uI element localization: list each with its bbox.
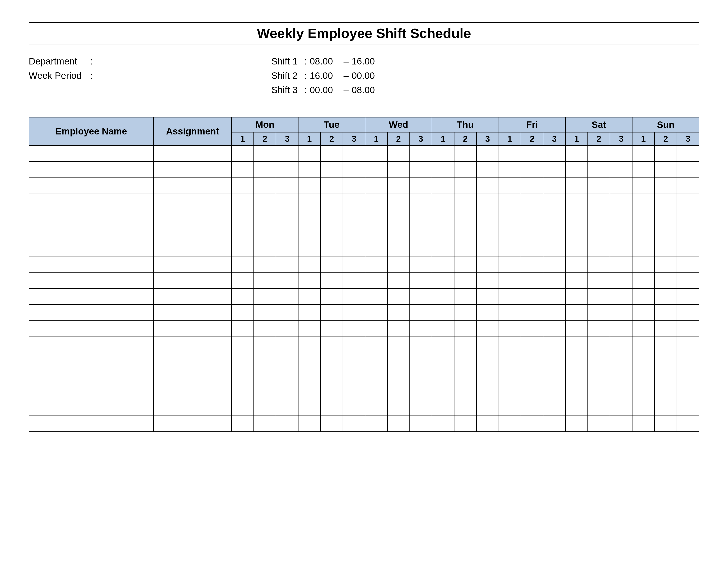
shift-cell[interactable] (565, 321, 588, 336)
shift-cell[interactable] (276, 209, 298, 225)
shift-cell[interactable] (410, 400, 432, 416)
shift-cell[interactable] (231, 161, 254, 177)
shift-cell[interactable] (432, 145, 454, 161)
shift-cell[interactable] (298, 241, 321, 257)
shift-cell[interactable] (499, 305, 521, 321)
shift-cell[interactable] (632, 193, 655, 209)
shift-cell[interactable] (321, 336, 343, 352)
shift-cell[interactable] (254, 257, 276, 273)
shift-cell[interactable] (632, 273, 655, 289)
employee-name-cell[interactable] (29, 177, 154, 193)
employee-name-cell[interactable] (29, 368, 154, 384)
shift-cell[interactable] (254, 177, 276, 193)
shift-cell[interactable] (477, 305, 499, 321)
shift-cell[interactable] (565, 289, 588, 305)
shift-cell[interactable] (254, 209, 276, 225)
shift-cell[interactable] (231, 241, 254, 257)
shift-cell[interactable] (410, 193, 432, 209)
shift-cell[interactable] (254, 193, 276, 209)
shift-cell[interactable] (632, 416, 655, 432)
shift-cell[interactable] (410, 336, 432, 352)
shift-cell[interactable] (231, 209, 254, 225)
shift-cell[interactable] (254, 305, 276, 321)
shift-cell[interactable] (610, 209, 632, 225)
shift-cell[interactable] (432, 384, 454, 400)
shift-cell[interactable] (588, 305, 610, 321)
shift-cell[interactable] (565, 416, 588, 432)
shift-cell[interactable] (521, 209, 543, 225)
shift-cell[interactable] (454, 336, 477, 352)
shift-cell[interactable] (321, 305, 343, 321)
shift-cell[interactable] (454, 368, 477, 384)
shift-cell[interactable] (432, 257, 454, 273)
shift-cell[interactable] (454, 384, 477, 400)
shift-cell[interactable] (410, 225, 432, 241)
shift-cell[interactable] (499, 321, 521, 336)
shift-cell[interactable] (343, 209, 365, 225)
shift-cell[interactable] (543, 289, 565, 305)
shift-cell[interactable] (231, 273, 254, 289)
shift-cell[interactable] (632, 257, 655, 273)
assignment-cell[interactable] (154, 416, 231, 432)
shift-cell[interactable] (499, 352, 521, 368)
shift-cell[interactable] (365, 161, 387, 177)
shift-cell[interactable] (321, 241, 343, 257)
assignment-cell[interactable] (154, 241, 231, 257)
shift-cell[interactable] (231, 400, 254, 416)
shift-cell[interactable] (632, 352, 655, 368)
shift-cell[interactable] (454, 177, 477, 193)
shift-cell[interactable] (477, 241, 499, 257)
shift-cell[interactable] (521, 257, 543, 273)
employee-name-cell[interactable] (29, 416, 154, 432)
shift-cell[interactable] (499, 161, 521, 177)
shift-cell[interactable] (410, 209, 432, 225)
shift-cell[interactable] (655, 145, 677, 161)
shift-cell[interactable] (543, 384, 565, 400)
shift-cell[interactable] (298, 400, 321, 416)
shift-cell[interactable] (610, 352, 632, 368)
shift-cell[interactable] (543, 161, 565, 177)
shift-cell[interactable] (499, 145, 521, 161)
shift-cell[interactable] (677, 225, 699, 241)
shift-cell[interactable] (432, 321, 454, 336)
shift-cell[interactable] (343, 193, 365, 209)
shift-cell[interactable] (410, 384, 432, 400)
shift-cell[interactable] (432, 161, 454, 177)
shift-cell[interactable] (410, 145, 432, 161)
shift-cell[interactable] (677, 384, 699, 400)
shift-cell[interactable] (677, 273, 699, 289)
shift-cell[interactable] (543, 321, 565, 336)
shift-cell[interactable] (521, 289, 543, 305)
assignment-cell[interactable] (154, 209, 231, 225)
shift-cell[interactable] (321, 257, 343, 273)
shift-cell[interactable] (231, 257, 254, 273)
assignment-cell[interactable] (154, 225, 231, 241)
shift-cell[interactable] (655, 161, 677, 177)
shift-cell[interactable] (543, 241, 565, 257)
shift-cell[interactable] (499, 241, 521, 257)
shift-cell[interactable] (677, 321, 699, 336)
shift-cell[interactable] (365, 145, 387, 161)
shift-cell[interactable] (521, 161, 543, 177)
employee-name-cell[interactable] (29, 273, 154, 289)
shift-cell[interactable] (588, 209, 610, 225)
shift-cell[interactable] (410, 352, 432, 368)
shift-cell[interactable] (321, 273, 343, 289)
shift-cell[interactable] (499, 177, 521, 193)
shift-cell[interactable] (231, 177, 254, 193)
shift-cell[interactable] (298, 273, 321, 289)
shift-cell[interactable] (521, 400, 543, 416)
shift-cell[interactable] (477, 336, 499, 352)
shift-cell[interactable] (321, 177, 343, 193)
shift-cell[interactable] (565, 177, 588, 193)
shift-cell[interactable] (565, 193, 588, 209)
shift-cell[interactable] (543, 225, 565, 241)
shift-cell[interactable] (432, 352, 454, 368)
shift-cell[interactable] (276, 289, 298, 305)
employee-name-cell[interactable] (29, 209, 154, 225)
shift-cell[interactable] (477, 193, 499, 209)
shift-cell[interactable] (588, 145, 610, 161)
shift-cell[interactable] (321, 400, 343, 416)
shift-cell[interactable] (677, 161, 699, 177)
shift-cell[interactable] (588, 384, 610, 400)
